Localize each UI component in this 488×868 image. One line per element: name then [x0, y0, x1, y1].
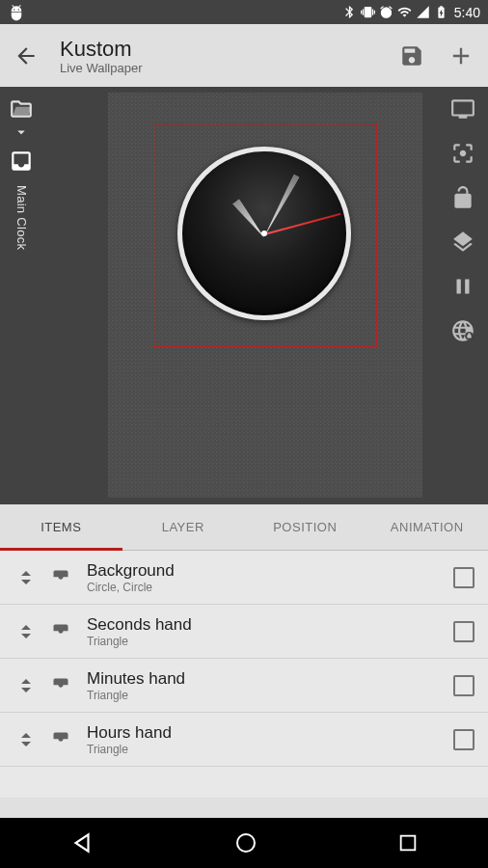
alarm-icon	[379, 5, 393, 19]
unlock-icon[interactable]	[450, 185, 475, 210]
layer-group-icon	[44, 730, 77, 749]
center-focus-icon[interactable]	[450, 141, 475, 166]
back-button[interactable]	[14, 43, 39, 68]
display-icon[interactable]	[450, 96, 475, 122]
reorder-handle-icon[interactable]	[14, 728, 39, 751]
preview-area: Main Clock	[0, 87, 488, 504]
list-item[interactable]: Hours hand Triangle	[0, 713, 488, 767]
tab-position[interactable]: POSITION	[244, 504, 366, 550]
item-title: Minutes hand	[87, 669, 453, 689]
items-list: Background Circle, Circle Seconds hand T…	[0, 551, 488, 798]
layer-group-icon	[44, 622, 77, 641]
navigation-bar	[0, 818, 488, 868]
item-subtitle: Circle, Circle	[87, 581, 453, 594]
pause-icon[interactable]	[450, 274, 475, 299]
bluetooth-icon	[342, 5, 357, 19]
layer-group-icon	[44, 676, 77, 695]
reorder-handle-icon[interactable]	[14, 674, 39, 697]
tabs: ITEMS LAYER POSITION ANIMATION	[0, 504, 488, 551]
svg-rect-2	[400, 836, 415, 851]
list-item[interactable]: Minutes hand Triangle	[0, 659, 488, 713]
item-title: Background	[87, 561, 453, 581]
app-bar: Kustom Live Wallpaper	[0, 24, 488, 87]
item-title: Seconds hand	[87, 615, 453, 635]
breadcrumb-label[interactable]: Main Clock	[14, 185, 29, 250]
preview-canvas[interactable]	[42, 87, 488, 504]
chevron-down-icon	[13, 123, 30, 141]
tab-items[interactable]: ITEMS	[0, 504, 122, 550]
item-subtitle: Triangle	[87, 635, 453, 648]
android-debug-icon	[8, 4, 25, 21]
status-time: 5:40	[454, 5, 480, 20]
status-bar: 5:40	[0, 0, 488, 24]
app-subtitle: Live Wallpaper	[60, 61, 376, 75]
save-button[interactable]	[399, 43, 424, 68]
item-subtitle: Triangle	[87, 689, 453, 702]
item-title: Hours hand	[87, 723, 453, 743]
list-item[interactable]: Seconds hand Triangle	[0, 605, 488, 659]
app-title: Kustom	[60, 37, 376, 62]
checkbox[interactable]	[453, 675, 474, 696]
wallpaper-preview	[108, 93, 422, 498]
clock-face[interactable]	[177, 147, 351, 320]
nav-back-button[interactable]	[69, 830, 95, 855]
breadcrumb-rail: Main Clock	[0, 87, 42, 504]
tab-animation[interactable]: ANIMATION	[366, 504, 489, 550]
nav-home-button[interactable]	[234, 831, 258, 854]
add-button[interactable]	[447, 42, 474, 69]
inbox-icon[interactable]	[9, 149, 34, 174]
tool-rail	[442, 96, 484, 343]
globe-lock-icon[interactable]	[450, 318, 475, 343]
tab-layer[interactable]: LAYER	[122, 504, 245, 550]
checkbox[interactable]	[453, 621, 474, 642]
svg-point-1	[237, 834, 255, 852]
vibrate-icon	[361, 5, 375, 19]
layer-group-icon	[44, 568, 77, 587]
item-subtitle: Triangle	[87, 743, 453, 756]
battery-charging-icon	[434, 5, 448, 19]
nav-recent-button[interactable]	[397, 832, 419, 854]
reorder-handle-icon[interactable]	[14, 566, 39, 589]
checkbox[interactable]	[453, 729, 474, 750]
checkbox[interactable]	[453, 567, 474, 588]
signal-icon	[416, 5, 430, 19]
layers-icon[interactable]	[450, 230, 475, 255]
folder-open-icon[interactable]	[9, 96, 34, 122]
list-item[interactable]: Background Circle, Circle	[0, 551, 488, 605]
wifi-icon	[397, 5, 412, 19]
clock-center	[261, 231, 267, 236]
reorder-handle-icon[interactable]	[14, 620, 39, 643]
